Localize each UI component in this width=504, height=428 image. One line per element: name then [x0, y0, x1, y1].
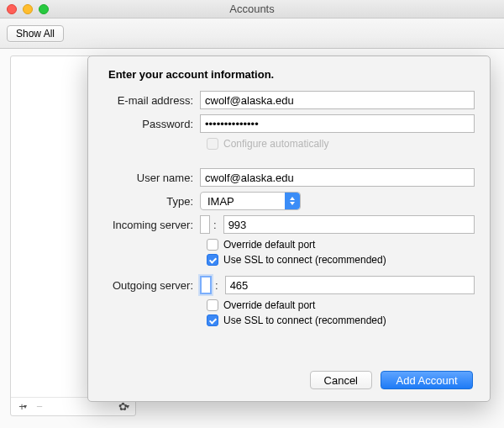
remove-account-button[interactable]: − — [31, 399, 48, 415]
outgoing-override-port-checkbox[interactable] — [207, 299, 218, 311]
incoming-server-field[interactable] — [200, 215, 210, 234]
outgoing-server-field[interactable] — [200, 276, 212, 294]
add-account-button[interactable]: +▾ — [14, 399, 31, 415]
show-all-button[interactable]: Show All — [7, 25, 64, 42]
incoming-override-port-label: Override default port — [223, 239, 315, 251]
account-type-select[interactable]: IMAP — [200, 192, 301, 210]
window-title: Accounts — [0, 3, 504, 15]
outgoing-use-ssl-checkbox[interactable] — [207, 314, 218, 326]
toolbar: Show All — [0, 18, 504, 49]
username-field[interactable] — [200, 168, 475, 187]
type-label: Type: — [103, 195, 200, 208]
username-label: User name: — [103, 172, 200, 184]
outgoing-port-field[interactable] — [225, 276, 475, 294]
add-account-button[interactable]: Add Account — [381, 371, 473, 389]
configure-automatically-checkbox — [207, 138, 218, 150]
configure-automatically-label: Configure automatically — [223, 138, 328, 150]
outgoing-use-ssl-label: Use SSL to connect (recommended) — [223, 314, 386, 326]
incoming-port-field[interactable] — [223, 215, 475, 234]
email-field[interactable] — [200, 91, 475, 109]
main-content: +▾ − ✿▾ ft accounts Enter your account i… — [0, 49, 504, 428]
cancel-button[interactable]: Cancel — [310, 371, 372, 389]
outgoing-override-port-label: Override default port — [223, 299, 315, 311]
chevron-down-icon: ▾ — [126, 403, 129, 410]
chevron-down-icon: ▾ — [24, 403, 27, 410]
email-label: E-mail address: — [103, 94, 200, 107]
dialog-title: Enter your account information. — [103, 68, 475, 81]
incoming-use-ssl-checkbox[interactable] — [207, 254, 218, 266]
port-separator: : — [213, 219, 217, 231]
account-setup-dialog: Enter your account information. E-mail a… — [87, 55, 491, 402]
outgoing-server-label: Outgoing server: — [103, 279, 200, 292]
port-separator: : — [215, 279, 218, 292]
incoming-use-ssl-label: Use SSL to connect (recommended) — [223, 254, 386, 266]
incoming-server-label: Incoming server: — [103, 219, 200, 231]
incoming-override-port-checkbox[interactable] — [207, 239, 218, 251]
titlebar: Accounts — [0, 0, 504, 18]
select-arrows-icon — [285, 193, 300, 209]
account-type-value: IMAP — [207, 195, 234, 208]
password-field[interactable] — [200, 114, 475, 133]
password-label: Password: — [103, 118, 200, 130]
minus-icon: − — [36, 400, 43, 413]
